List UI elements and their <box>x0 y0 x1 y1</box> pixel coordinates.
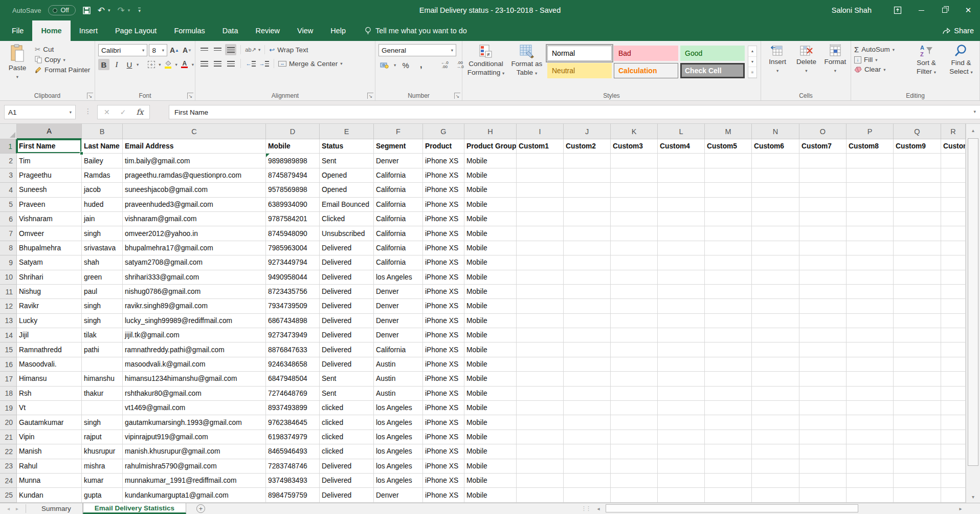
cell-K15[interactable] <box>611 342 658 357</box>
cell-O17[interactable] <box>799 372 847 386</box>
cell-J13[interactable] <box>564 314 611 328</box>
tab-page-layout[interactable]: Page Layout <box>106 20 165 41</box>
cell-N11[interactable] <box>752 285 799 299</box>
cell-A14[interactable]: Jijil <box>17 328 82 342</box>
cell-E6[interactable]: Clicked <box>320 212 374 226</box>
cell-I15[interactable] <box>517 342 564 357</box>
cell-P20[interactable] <box>847 415 894 430</box>
cell-O12[interactable] <box>799 299 847 313</box>
row-header-22[interactable]: 22 <box>0 444 17 459</box>
cell-E7[interactable]: Unsubscribed <box>320 226 374 241</box>
cell-M11[interactable] <box>705 285 752 299</box>
cell-E21[interactable]: clicked <box>320 430 374 444</box>
cell-Q10[interactable] <box>894 270 941 285</box>
cell-A6[interactable]: Vishnaram <box>17 212 82 226</box>
row-header-25[interactable]: 25 <box>0 488 17 502</box>
decrease-indent-button[interactable]: ← <box>245 58 256 69</box>
cell-K22[interactable] <box>611 444 658 459</box>
cell-M25[interactable] <box>705 488 752 502</box>
cell-L20[interactable] <box>658 415 705 430</box>
cell-L18[interactable] <box>658 387 705 401</box>
cell-K25[interactable] <box>611 488 658 502</box>
cell-E14[interactable]: Delivered <box>320 328 374 342</box>
cell-L25[interactable] <box>658 488 705 502</box>
align-middle-button[interactable] <box>212 44 223 55</box>
cell-K6[interactable] <box>611 212 658 226</box>
cell-D18[interactable]: 7274648769 <box>266 387 320 401</box>
cell-N20[interactable] <box>752 415 799 430</box>
cell-F2[interactable]: Denver <box>374 154 423 168</box>
comma-style-button[interactable]: , <box>415 59 427 71</box>
cell-G15[interactable]: iPhone XS <box>423 342 464 357</box>
cell-B6[interactable]: jain <box>82 212 123 226</box>
cell-C16[interactable]: masoodvali.k@gmail.com <box>123 357 266 372</box>
orientation-button[interactable]: ab↗ <box>245 44 256 55</box>
cell-Q18[interactable] <box>894 387 941 401</box>
cell-J7[interactable] <box>564 226 611 241</box>
cell-E16[interactable]: Delivered <box>320 357 374 372</box>
scroll-up-button[interactable]: ▴ <box>966 124 980 136</box>
cell-J16[interactable] <box>564 357 611 372</box>
cell-B8[interactable]: srivastava <box>82 241 123 255</box>
cell-H24[interactable]: Mobile <box>464 474 517 488</box>
cell-D14[interactable]: 9273473949 <box>266 328 320 342</box>
cell-L4[interactable] <box>658 183 705 197</box>
cell-P16[interactable] <box>847 357 894 372</box>
cell-I2[interactable] <box>517 154 564 168</box>
conditional-formatting-button[interactable]: ≠ ConditionalFormatting ▾ <box>465 44 506 91</box>
cell-A19[interactable]: Vt <box>17 401 82 415</box>
cell-I14[interactable] <box>517 328 564 342</box>
cell-F11[interactable]: Denver <box>374 285 423 299</box>
cell-M17[interactable] <box>705 372 752 386</box>
cell-H2[interactable]: Mobile <box>464 154 517 168</box>
merge-center-button[interactable]: ↔ Merge & Center ▾ <box>278 60 343 68</box>
cell-B14[interactable]: tilak <box>82 328 123 342</box>
cell-L17[interactable] <box>658 372 705 386</box>
cell-B16[interactable] <box>82 357 123 372</box>
cell-Q5[interactable] <box>894 198 941 212</box>
cell-P9[interactable] <box>847 255 894 270</box>
row-header-2[interactable]: 2 <box>0 154 17 168</box>
cell-E3[interactable]: Opened <box>320 168 374 183</box>
undo-button[interactable]: ↶ <box>98 6 105 15</box>
cell-B25[interactable]: gupta <box>82 488 123 502</box>
cell-M4[interactable] <box>705 183 752 197</box>
delete-cells-button[interactable]: Delete ▾ <box>793 44 819 91</box>
style-normal[interactable]: Normal <box>547 46 612 61</box>
cell-F13[interactable]: Denver <box>374 314 423 328</box>
cell-B19[interactable] <box>82 401 123 415</box>
cell-A7[interactable]: Omveer <box>17 226 82 241</box>
cell-F24[interactable]: los Angeles <box>374 474 423 488</box>
cell-D20[interactable]: 9762384645 <box>266 415 320 430</box>
close-button[interactable]: ✕ <box>956 0 980 20</box>
fill-color-dropdown[interactable]: ▾ <box>175 62 177 67</box>
cell-B10[interactable]: green <box>82 270 123 285</box>
cell-K9[interactable] <box>611 255 658 270</box>
cell-A11[interactable]: Nishug <box>17 285 82 299</box>
cell-M21[interactable] <box>705 430 752 444</box>
formula-input[interactable]: First Name <box>169 105 980 119</box>
cell-B23[interactable]: mishra <box>82 459 123 474</box>
cell-M18[interactable] <box>705 387 752 401</box>
increase-indent-button[interactable]: → <box>258 58 270 69</box>
cell-R19[interactable] <box>941 401 966 415</box>
cell-C21[interactable]: vipinrajput919@gmail.com <box>123 430 266 444</box>
tab-home[interactable]: Home <box>32 20 70 41</box>
cell-I24[interactable] <box>517 474 564 488</box>
cell-C10[interactable]: shrihari333@gmail.com <box>123 270 266 285</box>
cell-I4[interactable] <box>517 183 564 197</box>
cell-J17[interactable] <box>564 372 611 386</box>
cell-H13[interactable]: Mobile <box>464 314 517 328</box>
cell-H10[interactable]: Mobile <box>464 270 517 285</box>
cell-H22[interactable]: Mobile <box>464 444 517 459</box>
gallery-more-button[interactable]: ≡ <box>748 67 756 78</box>
cell-F12[interactable]: Denver <box>374 299 423 313</box>
fill-handle[interactable] <box>80 152 83 155</box>
cell-F7[interactable]: California <box>374 226 423 241</box>
cell-K4[interactable] <box>611 183 658 197</box>
cell-I9[interactable] <box>517 255 564 270</box>
cell-H14[interactable]: Mobile <box>464 328 517 342</box>
cell-C12[interactable]: ravikr.singh89@gmail.com <box>123 299 266 313</box>
cell-D25[interactable]: 8984759759 <box>266 488 320 502</box>
cell-R8[interactable] <box>941 241 966 255</box>
